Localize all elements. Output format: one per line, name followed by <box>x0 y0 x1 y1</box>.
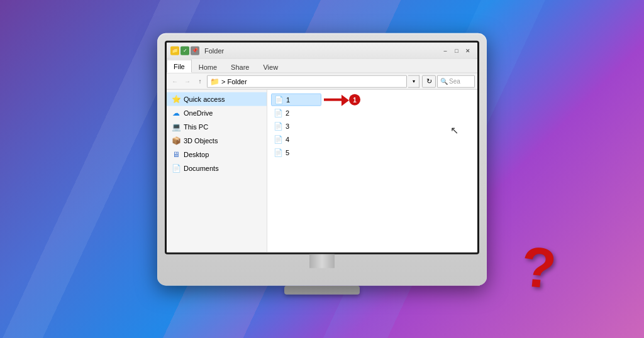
sidebar: ⭐ Quick access ☁ OneDrive 💻 This PC � <box>167 90 267 253</box>
titlebar-folder-icon: 📁 <box>170 46 179 55</box>
desktop-icon: 🖥 <box>172 150 180 159</box>
up-button[interactable]: ↑ <box>194 75 206 87</box>
monitor-screen: 📁 ✓ 📌 Folder – □ ✕ File Home <box>165 41 479 254</box>
annotation-arrow: 1 <box>324 94 360 106</box>
pc-icon: 💻 <box>172 123 180 131</box>
titlebar-pin-icon: 📌 <box>191 46 199 55</box>
sidebar-label-this-pc: This PC <box>184 123 208 131</box>
sidebar-item-3d-objects[interactable]: 📦 3D Objects <box>167 134 267 148</box>
file-name-1: 1 <box>286 96 290 104</box>
minimize-button[interactable]: – <box>440 45 451 55</box>
file-item-5[interactable]: 📄 5 <box>271 146 474 159</box>
sidebar-label-onedrive: OneDrive <box>184 109 213 117</box>
search-icon: 🔍 <box>440 78 448 85</box>
tab-file[interactable]: File <box>167 60 192 73</box>
tab-share[interactable]: Share <box>224 60 256 73</box>
file-icon-4: 📄 <box>274 135 282 144</box>
question-mark: ? <box>519 234 559 302</box>
tab-view[interactable]: View <box>256 60 285 73</box>
file-list: 📄 1 1 <box>271 94 474 159</box>
main-content: ⭐ Quick access ☁ OneDrive 💻 This PC � <box>167 90 477 253</box>
file-name-3: 3 <box>286 123 289 130</box>
maximize-button[interactable]: □ <box>451 45 462 55</box>
file-icon-5: 📄 <box>274 148 282 157</box>
file-item-4[interactable]: 📄 4 <box>271 133 474 146</box>
documents-icon: 📄 <box>172 164 180 173</box>
sidebar-item-onedrive[interactable]: ☁ OneDrive <box>167 106 267 120</box>
address-bar: ← → ↑ 📁 > Folder ▾ ↻ 🔍 Sea <box>167 74 477 90</box>
ribbon-tabs: File Home Share View <box>167 59 477 73</box>
title-bar: 📁 ✓ 📌 Folder – □ ✕ <box>167 43 477 59</box>
3dobjects-icon: 📦 <box>172 136 180 145</box>
file-item-2[interactable]: 📄 2 <box>271 107 474 119</box>
search-placeholder: Sea <box>449 78 460 85</box>
window-controls: – □ ✕ <box>440 45 474 55</box>
path-folder-icon: 📁 <box>210 77 219 85</box>
file-name-4: 4 <box>286 136 289 143</box>
explorer-window: 📁 ✓ 📌 Folder – □ ✕ File Home <box>167 43 477 253</box>
monitor-shell: 📁 ✓ 📌 Folder – □ ✕ File Home <box>157 33 487 286</box>
arrow-head <box>341 95 349 106</box>
address-chevron[interactable]: ▾ <box>408 75 419 87</box>
refresh-button[interactable]: ↻ <box>422 75 436 87</box>
sidebar-label-documents: Documents <box>184 165 219 172</box>
sidebar-label-desktop: Desktop <box>184 151 209 158</box>
file-area: 📄 1 1 <box>267 90 477 253</box>
annotation-badge: 1 <box>349 94 360 106</box>
path-separator: > <box>221 77 225 85</box>
arrow-shaft <box>324 99 341 101</box>
sidebar-item-this-pc[interactable]: 💻 This PC <box>167 120 267 134</box>
search-box[interactable]: 🔍 Sea <box>437 75 475 87</box>
ribbon: File Home Share View <box>167 59 477 74</box>
forward-button[interactable]: → <box>182 75 193 87</box>
path-text: Folder <box>227 77 247 85</box>
file-name-2: 2 <box>286 109 289 117</box>
back-button[interactable]: ← <box>169 75 180 87</box>
onedrive-icon: ☁ <box>172 109 180 117</box>
close-button[interactable]: ✕ <box>462 45 474 55</box>
star-icon: ⭐ <box>172 95 180 104</box>
file-item-1[interactable]: 📄 1 <box>271 94 321 106</box>
window-title: Folder <box>204 46 224 54</box>
mouse-cursor: ↖ <box>450 124 458 136</box>
address-path[interactable]: 📁 > Folder <box>207 75 407 87</box>
sidebar-item-desktop[interactable]: 🖥 Desktop <box>167 148 267 161</box>
red-arrow <box>324 96 349 104</box>
titlebar-icons: 📁 ✓ 📌 <box>170 46 199 55</box>
titlebar-check-icon: ✓ <box>180 46 189 55</box>
sidebar-label-3d-objects: 3D Objects <box>184 137 218 144</box>
file-icon-2: 📄 <box>274 109 282 117</box>
sidebar-item-documents[interactable]: 📄 Documents <box>167 161 267 175</box>
monitor-stand-base <box>284 286 360 295</box>
tab-home[interactable]: Home <box>192 60 224 73</box>
file-item-3[interactable]: 📄 3 <box>271 120 474 133</box>
monitor-wrapper: 📁 ✓ 📌 Folder – □ ✕ File Home <box>157 33 487 295</box>
file-icon-1: 📄 <box>274 95 283 104</box>
file-name-5: 5 <box>286 149 289 156</box>
sidebar-item-quick-access[interactable]: ⭐ Quick access <box>167 92 267 106</box>
monitor-stand-neck <box>309 254 335 268</box>
file-icon-3: 📄 <box>274 122 282 131</box>
sidebar-label-quick-access: Quick access <box>184 95 225 103</box>
